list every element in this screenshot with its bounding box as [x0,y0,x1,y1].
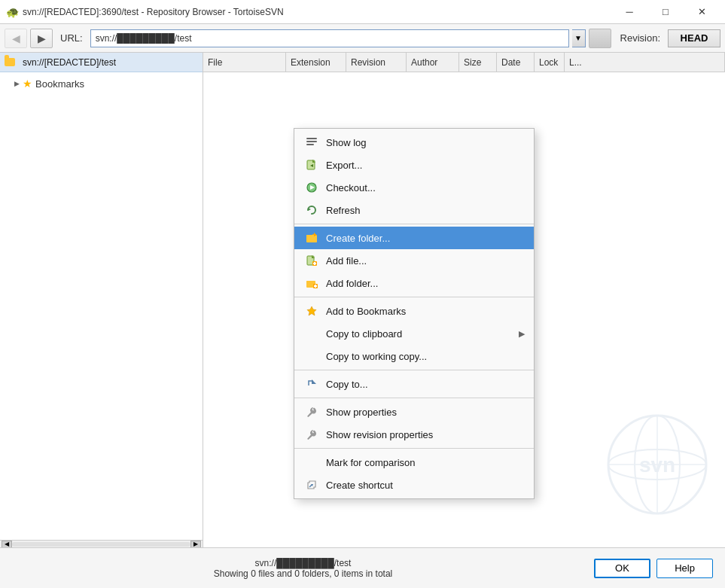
bookmarks-star-icon: ★ [23,78,32,90]
menu-label-copy-to: Copy to... [326,379,525,390]
export-icon [303,157,320,172]
separator-4 [294,398,534,398]
forward-button[interactable]: ▶ [30,29,53,48]
menu-item-add-folder[interactable]: Add folder... [294,272,534,294]
menu-item-checkout[interactable]: Checkout... [294,176,534,199]
left-scrollbar[interactable]: ◀ ▶ [0,540,203,547]
root-folder-icon [5,56,17,69]
go-button[interactable] [589,29,611,48]
title-bar: 🐢 svn://[REDACTED]:3690/test - Repositor… [0,0,725,24]
menu-item-mark-comparison[interactable]: Mark for comparison [294,451,534,474]
copy-to-icon [303,376,320,391]
menu-item-create-shortcut[interactable]: Create shortcut [294,474,534,496]
mark-comparison-icon [303,455,320,470]
shortcut-icon [303,477,320,492]
left-panel-root-label: svn://[REDACTED]/test [23,57,116,68]
svg-rect-6 [306,138,317,139]
back-button[interactable]: ◀ [5,29,27,48]
menu-item-copy-clipboard[interactable]: Copy to clipboard ▶ [294,322,534,345]
menu-label-show-revision-properties: Show revision properties [326,429,525,440]
left-panel: svn://[REDACTED]/test ▶ ★ Bookmarks ◀ ▶ [0,53,203,547]
menu-item-refresh[interactable]: Refresh [294,199,534,221]
svg-rect-7 [306,141,317,142]
menu-label-mark-comparison: Mark for comparison [326,457,525,468]
menu-item-add-bookmarks[interactable]: Add to Bookmarks [294,300,534,322]
main-area: svn://[REDACTED]/test ▶ ★ Bookmarks ◀ ▶ … [0,53,725,547]
svg-marker-14 [308,208,311,211]
status-url: svn://█████████/test [12,558,594,568]
col-header-file[interactable]: File [203,53,286,72]
menu-item-copy-to[interactable]: Copy to... [294,373,534,395]
minimize-button[interactable]: ─ [612,0,647,24]
menu-label-export: Export... [326,160,525,171]
bookmarks-label: Bookmarks [35,78,84,90]
menu-label-copy-working: Copy to working copy... [326,351,525,362]
submenu-arrow-icon: ▶ [519,329,525,339]
col-header-revision[interactable]: Revision [346,53,407,72]
copy-working-icon [303,349,320,364]
scroll-left-button[interactable]: ◀ [2,541,12,548]
menu-item-show-properties[interactable]: Show properties [294,401,534,423]
revision-value[interactable]: HEAD [668,29,720,47]
expand-arrow-icon: ▶ [12,79,21,88]
bookmarks-tree-item[interactable]: ▶ ★ Bookmarks [0,75,203,92]
close-button[interactable]: ✕ [684,0,719,24]
svg-text:svn: svn [639,453,675,477]
menu-label-create-folder: Create folder... [326,233,525,244]
scrollbar-track [12,542,190,547]
col-header-l[interactable]: L... [565,53,725,72]
wrench2-icon [303,427,320,442]
svg-rect-24 [313,263,316,264]
context-menu: Show log Export... Checkout... [294,128,535,499]
menu-item-copy-working[interactable]: Copy to working copy... [294,345,534,367]
url-dropdown-button[interactable]: ▼ [572,29,586,47]
left-panel-content: ▶ ★ Bookmarks [0,72,203,540]
menu-label-copy-clipboard: Copy to clipboard [326,328,519,340]
ok-button[interactable]: OK [594,559,650,578]
column-headers: File Extension Revision Author Size Date… [203,53,725,72]
col-header-size[interactable]: Size [459,53,497,72]
right-panel: File Extension Revision Author Size Date… [203,53,725,547]
add-folder-icon [303,276,320,291]
menu-item-show-revision-properties[interactable]: Show revision properties [294,423,534,446]
left-panel-header: svn://[REDACTED]/test [0,53,203,72]
status-count: Showing 0 files and 0 folders, 0 items i… [214,568,392,579]
svg-marker-31 [312,379,316,384]
toolbar: ◀ ▶ URL: ▼ Revision: HEAD [0,24,725,53]
revision-label: Revision: [620,32,660,44]
status-text: svn://█████████/test Showing 0 files and… [12,558,594,579]
maximize-button[interactable]: □ [648,0,683,24]
menu-item-create-folder[interactable]: Create folder... [294,227,534,249]
checkout-icon [303,180,320,195]
separator-3 [294,370,534,370]
menu-label-checkout: Checkout... [326,182,525,193]
status-buttons: OK Help [594,559,713,578]
col-header-author[interactable]: Author [407,53,459,72]
menu-label-refresh: Refresh [326,205,525,216]
add-file-icon [303,253,320,268]
separator-5 [294,448,534,449]
scroll-right-button[interactable]: ▶ [190,541,201,548]
url-input[interactable] [90,29,569,47]
menu-item-add-file[interactable]: Add file... [294,249,534,272]
wrench-icon [303,404,320,419]
new-folder-icon [303,230,320,245]
svn-watermark: svn [605,412,710,517]
separator-1 [294,224,534,224]
menu-label-add-bookmarks: Add to Bookmarks [326,306,525,317]
col-header-date[interactable]: Date [497,53,535,72]
status-bar: svn://█████████/test Showing 0 files and… [0,547,725,588]
svg-rect-8 [306,144,314,145]
svg-marker-30 [307,306,316,315]
col-header-extension[interactable]: Extension [286,53,346,72]
menu-label-create-shortcut: Create shortcut [326,480,525,491]
window-title: svn://[REDACTED]:3690/test - Repository … [23,7,612,17]
separator-2 [294,297,534,297]
menu-item-show-log[interactable]: Show log [294,131,534,154]
help-button[interactable]: Help [656,559,713,578]
star-bookmark-icon [303,303,320,318]
col-header-lock[interactable]: Lock [535,53,565,72]
svg-rect-16 [306,235,311,237]
menu-item-export[interactable]: Export... [294,154,534,176]
menu-label-show-properties: Show properties [326,407,525,418]
